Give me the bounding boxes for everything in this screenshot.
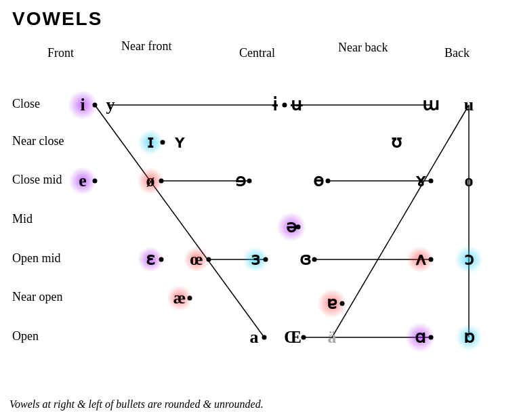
vowel-ɒ[interactable]: ɒ [463,329,475,346]
vowel-o[interactable]: o [465,172,474,190]
vowel-ʏ[interactable]: ʏ [174,133,185,151]
dot-13 [429,257,434,262]
footnote: Vowels at right & left of bullets are ro… [9,398,264,411]
vowel-ɞ[interactable]: ɞ [299,251,311,268]
vowel-ɤ[interactable]: ɤ [415,172,425,190]
row-near-close: Near close [12,134,64,148]
col-header-back: Back [444,46,470,60]
dot-0 [93,103,98,108]
dot-7 [429,179,434,184]
dot-3 [93,179,98,184]
vowel-ɜ[interactable]: ɜ [251,251,260,268]
vowel-ɑ[interactable]: ɑ [415,329,426,346]
vowel-y[interactable]: y [106,96,115,114]
vowel-ɯ[interactable]: ɯ [422,96,439,114]
vowel-Œ[interactable]: Œ [284,329,302,346]
dot-18 [429,335,434,340]
vowel-ʊ[interactable]: ʊ [391,133,402,151]
vowel-i[interactable]: i [80,96,85,114]
dot-8 [296,225,301,230]
row-near-open: Near open [12,290,62,304]
vowel-ʉ[interactable]: ʉ [291,96,302,114]
vowel-u[interactable]: u [464,96,474,114]
dot-2 [161,140,165,145]
vowel-ø[interactable]: ø [146,172,155,190]
row-mid: Mid [12,212,33,226]
row-close-mid: Close mid [12,173,62,187]
dot-4 [159,179,164,184]
col-header-front: Front [47,46,74,60]
row-open: Open [12,329,39,343]
vowel-a[interactable]: a [250,329,259,346]
vowel-ɨ[interactable]: ɨ [272,96,277,114]
vowel-ɔ[interactable]: ɔ [464,251,474,268]
vowel-ä[interactable]: ä [328,329,337,346]
vowel-e[interactable]: e [79,172,87,190]
page-title: VOWELS [12,8,102,30]
vowel-ʌ[interactable]: ʌ [415,251,425,268]
dot-15 [340,301,345,306]
vowel-ɐ[interactable]: ɐ [327,295,337,312]
row-close: Close [12,97,40,111]
dot-6 [326,179,331,184]
col-header-near-front: Near front [121,39,171,54]
vowel-chart-lines [0,0,519,420]
vowel-ɛ[interactable]: ɛ [146,251,155,268]
vowel-æ[interactable]: æ [173,289,186,307]
vowel-ɪ[interactable]: ɪ [147,133,154,151]
dot-14 [188,296,192,301]
row-open-mid: Open mid [12,251,61,266]
chart-container: VOWELS Front Near front Central Near bac… [0,0,519,420]
dot-5 [247,179,252,184]
dot-11 [264,257,268,262]
dot-12 [312,257,317,262]
vowel-ɵ[interactable]: ɵ [313,172,324,190]
vowel-œ[interactable]: œ [190,251,203,268]
col-header-central: Central [239,46,275,60]
dot-17 [302,335,306,340]
col-header-near-back: Near back [338,41,388,55]
dot-10 [207,257,211,262]
vowel-ɘ[interactable]: ɘ [235,172,246,190]
dot-16 [262,335,267,340]
dot-9 [159,257,164,262]
dot-1 [283,103,287,108]
